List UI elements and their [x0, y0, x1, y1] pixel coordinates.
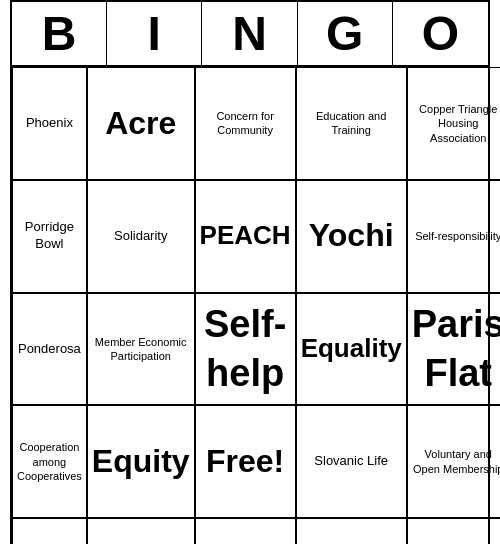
- bingo-card: B I N G O PhoenixAcreConcern for Communi…: [10, 0, 490, 544]
- cell-r4-c4: Cooperative: [407, 518, 500, 544]
- cell-r1-c1: Solidarity: [87, 180, 195, 293]
- cell-r3-c1: Equity: [87, 405, 195, 518]
- bingo-header: B I N G O: [12, 2, 488, 67]
- bingo-grid: PhoenixAcreConcern for CommunityEducatio…: [12, 67, 488, 544]
- cell-r0-c1: Acre: [87, 67, 195, 180]
- cell-r2-c3: Equality: [296, 293, 407, 406]
- cell-r2-c0: Ponderosa: [12, 293, 87, 406]
- cell-r4-c0: Democratic Member Control: [12, 518, 87, 544]
- cell-r1-c4: Self-responsibility: [407, 180, 500, 293]
- cell-r3-c0: Cooperation among Cooperatives: [12, 405, 87, 518]
- header-g: G: [298, 2, 393, 65]
- cell-r3-c4: Voluntary and Open Membership: [407, 405, 500, 518]
- cell-r0-c2: Concern for Community: [195, 67, 296, 180]
- cell-r1-c0: Porridge Bowl: [12, 180, 87, 293]
- cell-r4-c3: ISHA: [296, 518, 407, 544]
- cell-r1-c2: PEACH: [195, 180, 296, 293]
- cell-r4-c2: Democracy: [195, 518, 296, 544]
- cell-r1-c3: Yochi: [296, 180, 407, 293]
- cell-r0-c0: Phoenix: [12, 67, 87, 180]
- header-n: N: [202, 2, 297, 65]
- cell-r3-c3: Slovanic Life: [296, 405, 407, 518]
- header-o: O: [393, 2, 488, 65]
- cell-r0-c3: Education and Training: [296, 67, 407, 180]
- header-i: I: [107, 2, 202, 65]
- cell-r2-c1: Member Economic Participation: [87, 293, 195, 406]
- header-b: B: [12, 2, 107, 65]
- cell-r3-c2: Free!: [195, 405, 296, 518]
- cell-r0-c4: Copper Triangle Housing Association: [407, 67, 500, 180]
- cell-r2-c2: Self-help: [195, 293, 296, 406]
- cell-r4-c1: PERCH: [87, 518, 195, 544]
- cell-r2-c4: Paris Flat: [407, 293, 500, 406]
